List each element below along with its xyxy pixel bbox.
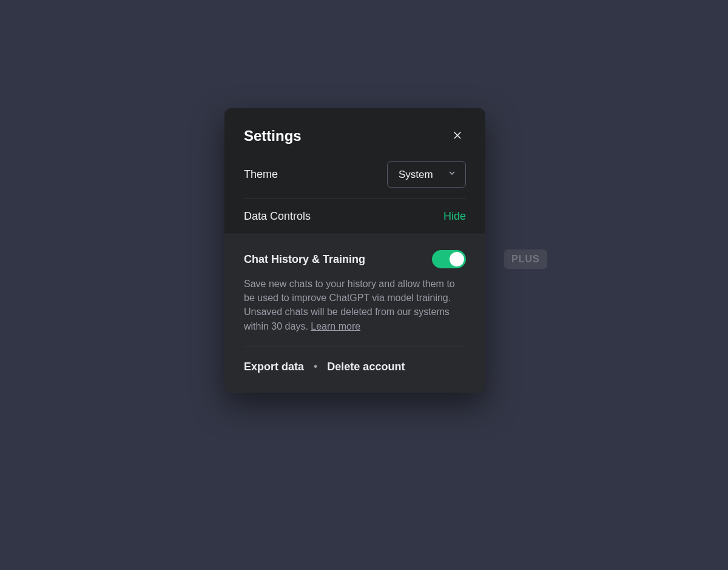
data-controls-label: Data Controls [244,210,311,223]
settings-modal: Settings Theme System Data Controls Hide… [224,108,485,393]
chat-history-description: Save new chats to your history and allow… [244,277,466,347]
delete-account-button[interactable]: Delete account [327,361,405,373]
learn-more-link[interactable]: Learn more [311,321,360,331]
theme-row: Theme System [244,161,466,198]
close-icon [452,130,463,143]
plus-badge: PLUS [504,249,547,269]
account-actions: Export data • Delete account [244,347,466,373]
chat-history-row: Chat History & Training [244,250,466,268]
data-controls-row: Data Controls Hide [244,198,466,234]
actions-separator: • [314,361,317,373]
toggle-knob [450,252,464,266]
theme-select-value: System [399,169,433,181]
chat-history-title: Chat History & Training [244,253,365,266]
theme-select[interactable]: System [387,161,466,188]
close-button[interactable] [449,127,466,144]
modal-header: Settings [244,127,466,144]
modal-title: Settings [244,127,302,144]
data-controls-hide-link[interactable]: Hide [443,210,466,223]
theme-label: Theme [244,168,278,181]
chevron-down-icon [447,168,457,181]
data-controls-panel: Chat History & Training Save new chats t… [224,234,485,393]
export-data-button[interactable]: Export data [244,361,304,373]
chat-history-toggle[interactable] [432,250,466,268]
